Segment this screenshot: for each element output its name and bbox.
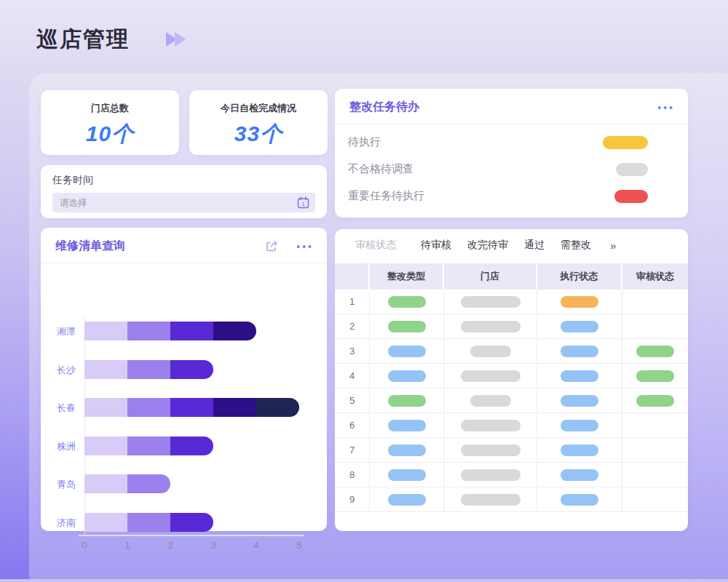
share-export-icon[interactable] [265, 239, 279, 253]
rectify-type-cell [370, 339, 444, 364]
table-row[interactable]: 3 [335, 339, 688, 364]
rectify-type-pill [388, 346, 426, 357]
rectify-type-cell [370, 487, 444, 512]
svg-text:1: 1 [301, 201, 304, 207]
table-row[interactable]: 1 [335, 290, 688, 314]
rectify-type-pill [388, 445, 426, 456]
chart-bar-segment [84, 322, 127, 340]
repair-card-title: 维修清单查询 [55, 239, 265, 254]
calendar-icon[interactable]: 1 [297, 196, 309, 209]
exec-status-pill [561, 445, 598, 456]
audit-table: 整改类型门店执行状态审核状态 123456789 [335, 263, 688, 512]
repair-bar-chart: 湘潭长沙长春株洲青岛济南 012345 [41, 266, 327, 527]
filter-label: 审核状态 [355, 239, 396, 252]
exec-status-pill [561, 469, 598, 481]
chart-y-axis [84, 318, 85, 536]
exec-status-cell [537, 438, 622, 463]
rectify-type-cell [370, 314, 444, 339]
page-title: 巡店管理 [36, 25, 130, 55]
store-cell [444, 314, 537, 339]
row-index-cell: 7 [335, 438, 370, 463]
tab-需整改[interactable]: 需整改 [561, 239, 591, 252]
exec-status-cell [537, 314, 622, 339]
exec-status-cell [537, 388, 622, 413]
chart-x-tick-label: 2 [167, 540, 173, 551]
exec-status-pill [561, 296, 598, 308]
store-pill [461, 370, 521, 382]
table-row[interactable]: 9 [335, 487, 688, 512]
audit-status-tabs: 审核状态 待审核改完待审通过需整改 » [335, 229, 688, 259]
audit-status-cell [622, 413, 688, 438]
rectify-type-pill [388, 469, 426, 481]
rectify-type-cell [370, 364, 444, 388]
todo-item-label: 重要任务待执行 [348, 189, 614, 203]
exec-status-pill [561, 494, 598, 506]
tab-改完待审[interactable]: 改完待审 [467, 239, 508, 252]
chart-category-label: 长沙 [41, 364, 76, 377]
column-header: 整改类型 [370, 263, 444, 290]
chart-bar-segment [213, 398, 256, 417]
todo-status-pill [603, 136, 648, 149]
store-pill [470, 395, 511, 407]
exec-status-cell [537, 487, 622, 512]
chart-x-axis [79, 535, 304, 536]
title-play-icons [166, 32, 186, 49]
chart-bar [84, 398, 299, 417]
chart-bar [84, 360, 213, 379]
column-header: 执行状态 [537, 263, 622, 290]
chart-bar-segment [127, 474, 170, 493]
store-pill [461, 296, 521, 308]
table-row[interactable]: 2 [335, 314, 688, 339]
store-cell [444, 487, 537, 512]
stat-label: 今日自检完成情况 [189, 102, 328, 115]
task-time-date-input[interactable] [52, 193, 315, 212]
chart-x-tick-label: 0 [82, 540, 87, 551]
more-options-icon[interactable]: ••• [296, 243, 314, 250]
audit-status-cell [622, 388, 688, 413]
todo-item[interactable]: 不合格待调查 [335, 156, 688, 183]
rectify-type-cell [370, 388, 444, 413]
tabs-overflow-chevron[interactable]: » [610, 239, 616, 252]
audit-status-pill [636, 370, 674, 382]
todo-item[interactable]: 待执行 [335, 129, 688, 156]
todo-item-label: 不合格待调查 [348, 162, 616, 176]
tab-待审核[interactable]: 待审核 [421, 239, 451, 252]
audit-status-cell [622, 290, 688, 314]
more-options-icon[interactable]: ••• [657, 104, 675, 111]
table-header-row: 整改类型门店执行状态审核状态 [335, 263, 688, 290]
row-index-cell: 8 [335, 463, 370, 487]
table-row[interactable]: 7 [335, 438, 688, 463]
chart-bar-segment [84, 398, 127, 417]
store-pill [461, 420, 521, 431]
column-header: 门店 [444, 263, 537, 290]
chart-bar-segment [170, 360, 213, 379]
audit-status-cell [622, 339, 688, 364]
chart-bar [84, 474, 170, 493]
exec-status-cell [537, 413, 622, 438]
chart-bar-segment [84, 474, 127, 493]
rectify-type-cell [370, 290, 444, 314]
chart-category-label: 株洲 [41, 440, 76, 453]
todo-status-pill [616, 163, 648, 176]
bottom-edge-strip [0, 579, 728, 582]
chart-bar-segment [84, 360, 127, 379]
chart-x-tick-label: 1 [124, 540, 130, 551]
chart-bar-segment [127, 513, 170, 532]
exec-status-pill [561, 395, 598, 407]
store-cell [444, 463, 537, 487]
row-index-cell: 3 [335, 339, 370, 364]
chart-bar-segment [213, 322, 256, 340]
audit-status-cell [622, 463, 688, 487]
chart-bar-segment [127, 360, 170, 379]
rectify-type-pill [388, 370, 426, 382]
table-row[interactable]: 8 [335, 463, 688, 487]
tab-通过[interactable]: 通过 [524, 239, 545, 252]
row-index-cell: 1 [335, 290, 370, 314]
stat-value: 10个 [41, 119, 179, 149]
table-row[interactable]: 4 [335, 364, 688, 388]
table-row[interactable]: 6 [335, 413, 688, 438]
table-row[interactable]: 5 [335, 388, 688, 413]
todo-item[interactable]: 重要任务待执行 [335, 183, 688, 210]
store-pill [461, 494, 521, 506]
row-index-cell: 2 [335, 314, 370, 339]
